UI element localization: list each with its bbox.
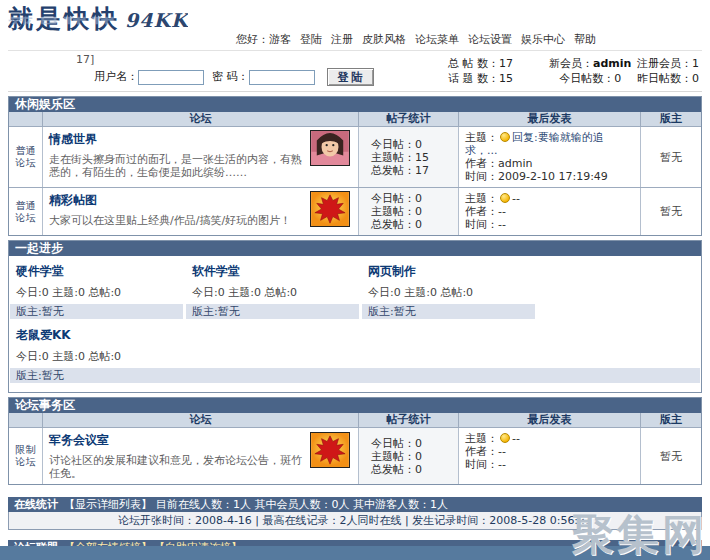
stat-today: 今日帖：0 <box>371 192 458 205</box>
forum-col-stats: 今日:0 主题:0 总帖:0 <box>362 283 535 304</box>
last-topic-label: 主题： <box>465 432 498 445</box>
nav-login-link[interactable]: 登陆 <box>300 33 322 46</box>
username-input[interactable] <box>138 70 204 85</box>
header-stats: 帖子统计 <box>359 413 459 427</box>
stats-column-registered: 注册会员：1 昨日帖数：0 <box>637 56 699 86</box>
forum-col-stats: 今日:0 主题:0 总帖:0 <box>186 283 359 304</box>
nav-skin-link[interactable]: 皮肤风格 <box>362 33 406 46</box>
stat-total: 总发帖：0 <box>371 463 458 476</box>
nav-help-link[interactable]: 帮助 <box>574 33 596 46</box>
forum-col-moderator: 版主:暂无 <box>362 304 535 319</box>
last-topic-empty: -- <box>512 192 520 205</box>
new-member-value[interactable]: admin <box>593 57 631 70</box>
forum-col-moderator: 版主:暂无 <box>186 304 359 319</box>
forum-link-webdesign[interactable]: 网页制作 <box>368 264 416 278</box>
nav-forum-settings-link[interactable]: 论坛设置 <box>468 33 512 46</box>
yesterday-posts-label: 昨日帖数： <box>637 72 692 85</box>
forum-link-hardware[interactable]: 硬件学堂 <box>16 264 64 278</box>
moderator-cell: 暂无 <box>641 188 701 235</box>
forum-row-meeting-room: 限制论坛 军务会议室 讨论社区的发展和建议和意见，发布论坛公告，斑竹任免。 今日… <box>9 427 701 484</box>
table-header-row: 论坛 帖子统计 最后发表 版主 <box>9 413 701 427</box>
nav-entertainment-link[interactable]: 娱乐中心 <box>521 33 565 46</box>
watermark-text: 聚集网 <box>572 513 707 557</box>
forum-cell: 情感世界 走在街头擦身而过的面孔，是一张生活的内容，有熟悉的，有陌生的，生命便是… <box>43 127 359 187</box>
forum-stats-cell: 今日帖：0 主题帖：0 总发帖：0 <box>359 428 459 484</box>
header-stats: 帖子统计 <box>359 112 459 126</box>
header-spacer <box>9 112 43 126</box>
last-author: 作者：-- <box>465 445 634 458</box>
forum-col-software: 软件学堂 今日:0 主题:0 总帖:0 版主:暂无 <box>186 258 359 319</box>
stray-text: 17] <box>76 53 94 66</box>
greeting-text: 您好：游客 <box>236 33 291 46</box>
online-summary: 目前在线人数：1人 其中会员人数：0人 其中游客人数：1人 <box>156 498 448 511</box>
section-leisure-title[interactable]: 休闲娱乐区 <box>9 97 701 112</box>
nav-forum-menu-link[interactable]: 论坛菜单 <box>415 33 459 46</box>
header-forum: 论坛 <box>43 413 359 427</box>
progress-columns: 硬件学堂 今日:0 主题:0 总帖:0 版主:暂无 软件学堂 今日:0 主题:0… <box>9 256 701 319</box>
stats-column-member: 新会员：admin 今日帖数：0 <box>549 56 631 86</box>
forum-category-badge: 限制论坛 <box>9 428 43 484</box>
top-nav: 您好：游客登陆注册皮肤风格论坛菜单论坛设置娱乐中心帮助 <box>236 32 605 47</box>
online-stats-title: 在线统计 <box>14 498 58 511</box>
password-label: 密 码： <box>212 70 249 83</box>
stat-today: 今日帖：0 <box>371 437 458 450</box>
forum-col-stats: 今日:0 主题:0 总帖:0 <box>10 283 183 304</box>
section-affairs-title[interactable]: 论坛事务区 <box>9 398 701 413</box>
last-time: 时间：-- <box>465 218 634 231</box>
section-leisure: 休闲娱乐区 论坛 帖子统计 最后发表 版主 普通论坛 情感世界 走在街头擦身而过… <box>8 96 702 236</box>
header-last-post: 最后发表 <box>459 413 641 427</box>
forum-description: 大家可以在这里贴上经典/作品/搞笑/好玩的图片！ <box>49 214 311 227</box>
yesterday-posts-value: 0 <box>692 72 699 85</box>
moderator-cell: 暂无 <box>641 428 701 484</box>
login-button[interactable]: 登 陆 <box>327 68 374 86</box>
last-time: 时间：-- <box>465 458 634 471</box>
last-post-cell: 主题：回复:要输就输的追求，... 作者：admin 时间：2009-2-10 … <box>459 127 641 187</box>
forum-category-badge: 普通论坛 <box>9 188 43 235</box>
forum-link-mouse-loves-kk[interactable]: 老鼠爱KK <box>16 328 71 342</box>
forum-stats-cell: 今日帖：0 主题帖：0 总发帖：0 <box>359 188 459 235</box>
forum-stats-cell: 今日帖：0 主题帖：15 总发帖：17 <box>359 127 459 187</box>
forum-row-mouse-loves-kk: 老鼠爱KK 今日:0 主题:0 总帖:0 版主:暂无 <box>10 322 700 383</box>
forum-description: 讨论社区的发展和建议和意见，发布论坛公告，斑竹任免。 <box>49 454 311 480</box>
login-form: 用户名：密 码：登 陆 <box>94 68 374 86</box>
new-member-label: 新会员： <box>549 57 593 70</box>
stats-column-posts: 总 帖 数：17 话 题 数：15 <box>448 56 513 86</box>
site-logo: 就是快快94KK 就是快快 <box>8 2 188 50</box>
header-moderator: 版主 <box>641 413 701 427</box>
show-detail-list-link[interactable]: 【显示详细列表】 <box>64 498 152 511</box>
password-input[interactable] <box>249 70 315 85</box>
nav-register-link[interactable]: 注册 <box>331 33 353 46</box>
last-topic-label: 主题： <box>465 131 498 144</box>
username-label: 用户名： <box>94 70 138 83</box>
registered-members-value: 1 <box>692 57 699 70</box>
header-last-post: 最后发表 <box>459 112 641 126</box>
logo-reflection: 就是快快 <box>8 17 120 28</box>
moderator-cell: 暂无 <box>641 127 701 187</box>
header-spacer <box>9 413 43 427</box>
new-post-smiley-icon <box>500 193 510 203</box>
section-progress-title[interactable]: 一起进步 <box>9 241 701 256</box>
forum-link-software[interactable]: 软件学堂 <box>192 264 240 278</box>
forum-link-meeting-room[interactable]: 军务会议室 <box>49 433 109 447</box>
forum-full-moderator: 版主:暂无 <box>10 368 700 383</box>
forum-cell: 精彩帖图 大家可以在这里贴上经典/作品/搞笑/好玩的图片！ <box>43 188 359 235</box>
forum-description: 走在街头擦身而过的面孔，是一张生活的内容，有熟悉的，有陌生的，生命便是如此缤纷…… <box>49 153 311 179</box>
forum-row-emotion-world: 普通论坛 情感世界 走在街头擦身而过的面孔，是一张生活的内容，有熟悉的，有陌生的… <box>9 126 701 187</box>
forum-link-great-pictures[interactable]: 精彩帖图 <box>49 193 97 207</box>
top-header: 就是快快94KK 就是快快 您好：游客登陆注册皮肤风格论坛菜单论坛设置娱乐中心帮… <box>8 0 702 50</box>
total-topics-value: 15 <box>499 72 513 85</box>
last-post-cell: 主题：-- 作者：-- 时间：-- <box>459 188 641 235</box>
forum-link-emotion-world[interactable]: 情感世界 <box>49 132 97 146</box>
forum-cell: 军务会议室 讨论社区的发展和建议和意见，发布论坛公告，斑竹任免。 <box>43 428 359 484</box>
stat-topics: 主题帖：0 <box>371 450 458 463</box>
forum-category-badge: 普通论坛 <box>9 127 43 187</box>
section-progress: 一起进步 硬件学堂 今日:0 主题:0 总帖:0 版主:暂无 软件学堂 今日:0… <box>8 240 702 393</box>
forum-row-great-pictures: 普通论坛 精彩帖图 大家可以在这里贴上经典/作品/搞笑/好玩的图片！ 今日帖：0… <box>9 187 701 235</box>
last-post-cell: 主题：-- 作者：-- 时间：-- <box>459 428 641 484</box>
stat-total: 总发帖：0 <box>371 218 458 231</box>
maple-leaf-forum-image <box>310 191 350 227</box>
stat-today: 今日帖：0 <box>371 138 458 151</box>
forum-avatar-image <box>310 130 350 166</box>
forum-col-moderator: 版主:暂无 <box>10 304 183 319</box>
new-post-smiley-icon <box>500 433 510 443</box>
